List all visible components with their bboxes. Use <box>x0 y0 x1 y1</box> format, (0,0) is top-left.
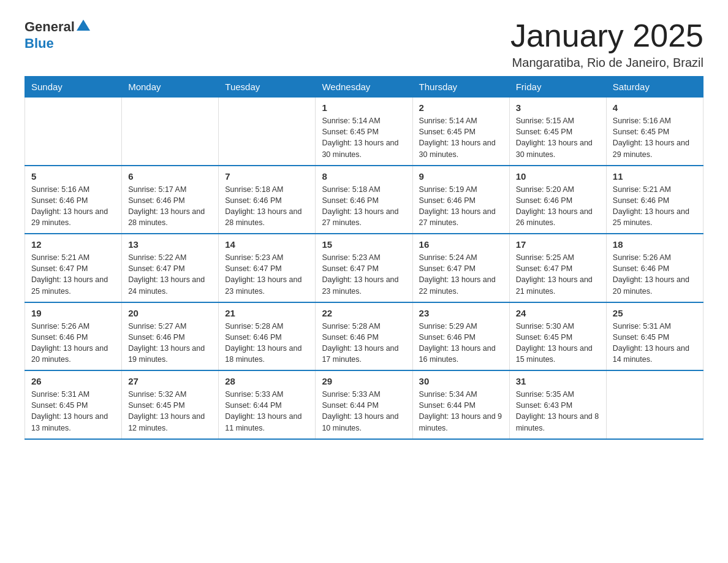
calendar-cell: 10Sunrise: 5:20 AMSunset: 6:46 PMDayligh… <box>509 166 606 234</box>
day-number: 13 <box>128 239 212 250</box>
calendar-cell: 28Sunrise: 5:33 AMSunset: 6:44 PMDayligh… <box>219 370 316 439</box>
calendar-cell: 16Sunrise: 5:24 AMSunset: 6:47 PMDayligh… <box>412 234 509 302</box>
calendar-day-header: Friday <box>509 77 606 98</box>
day-number: 3 <box>516 102 600 113</box>
day-number: 17 <box>516 239 600 250</box>
calendar-week-row: 19Sunrise: 5:26 AMSunset: 6:46 PMDayligh… <box>25 302 703 371</box>
day-number: 2 <box>419 102 503 113</box>
calendar-cell: 23Sunrise: 5:29 AMSunset: 6:46 PMDayligh… <box>412 302 509 371</box>
calendar-week-row: 5Sunrise: 5:16 AMSunset: 6:46 PMDaylight… <box>25 166 703 234</box>
day-info: Sunrise: 5:29 AMSunset: 6:46 PMDaylight:… <box>419 321 503 366</box>
calendar-cell: 1Sunrise: 5:14 AMSunset: 6:45 PMDaylight… <box>316 98 412 166</box>
calendar-week-row: 26Sunrise: 5:31 AMSunset: 6:45 PMDayligh… <box>25 370 703 439</box>
calendar-cell <box>219 98 316 166</box>
day-number: 23 <box>419 308 503 318</box>
day-info: Sunrise: 5:23 AMSunset: 6:47 PMDaylight:… <box>225 252 309 297</box>
day-number: 8 <box>322 171 406 182</box>
calendar-cell: 19Sunrise: 5:26 AMSunset: 6:46 PMDayligh… <box>25 302 122 371</box>
day-number: 6 <box>128 171 212 182</box>
calendar-cell: 17Sunrise: 5:25 AMSunset: 6:47 PMDayligh… <box>509 234 606 302</box>
day-info: Sunrise: 5:19 AMSunset: 6:46 PMDaylight:… <box>419 184 503 229</box>
day-info: Sunrise: 5:26 AMSunset: 6:46 PMDaylight:… <box>31 321 115 366</box>
calendar-day-header: Monday <box>122 77 219 98</box>
day-info: Sunrise: 5:16 AMSunset: 6:46 PMDaylight:… <box>31 184 115 229</box>
day-info: Sunrise: 5:24 AMSunset: 6:47 PMDaylight:… <box>419 252 503 297</box>
day-number: 19 <box>31 308 115 318</box>
calendar-cell: 29Sunrise: 5:33 AMSunset: 6:44 PMDayligh… <box>316 370 412 439</box>
day-number: 10 <box>516 171 600 182</box>
calendar-day-header: Saturday <box>606 77 703 98</box>
calendar-cell: 21Sunrise: 5:28 AMSunset: 6:46 PMDayligh… <box>219 302 316 371</box>
day-number: 26 <box>31 376 115 386</box>
day-info: Sunrise: 5:31 AMSunset: 6:45 PMDaylight:… <box>31 389 115 434</box>
day-info: Sunrise: 5:28 AMSunset: 6:46 PMDaylight:… <box>225 321 309 366</box>
calendar-title: January 2025 <box>510 18 703 53</box>
day-number: 28 <box>225 376 309 386</box>
calendar-cell: 6Sunrise: 5:17 AMSunset: 6:46 PMDaylight… <box>122 166 219 234</box>
day-info: Sunrise: 5:33 AMSunset: 6:44 PMDaylight:… <box>322 389 406 434</box>
calendar-cell <box>122 98 219 166</box>
day-info: Sunrise: 5:18 AMSunset: 6:46 PMDaylight:… <box>322 184 406 229</box>
day-number: 11 <box>613 171 697 182</box>
day-number: 12 <box>31 239 115 250</box>
page-header: General Blue January 2025 Mangaratiba, R… <box>25 18 703 70</box>
logo-triangle-icon <box>77 18 90 32</box>
day-info: Sunrise: 5:20 AMSunset: 6:46 PMDaylight:… <box>516 184 600 229</box>
calendar-cell: 27Sunrise: 5:32 AMSunset: 6:45 PMDayligh… <box>122 370 219 439</box>
title-block: January 2025 Mangaratiba, Rio de Janeiro… <box>510 18 703 70</box>
calendar-cell: 4Sunrise: 5:16 AMSunset: 6:45 PMDaylight… <box>606 98 703 166</box>
svg-marker-0 <box>77 20 90 31</box>
calendar-cell: 3Sunrise: 5:15 AMSunset: 6:45 PMDaylight… <box>509 98 606 166</box>
calendar-cell: 18Sunrise: 5:26 AMSunset: 6:46 PMDayligh… <box>606 234 703 302</box>
day-number: 22 <box>322 308 406 318</box>
calendar-cell: 7Sunrise: 5:18 AMSunset: 6:46 PMDaylight… <box>219 166 316 234</box>
calendar-week-row: 12Sunrise: 5:21 AMSunset: 6:47 PMDayligh… <box>25 234 703 302</box>
calendar-day-header: Sunday <box>25 77 122 98</box>
calendar-cell <box>25 98 122 166</box>
calendar-subtitle: Mangaratiba, Rio de Janeiro, Brazil <box>510 56 703 70</box>
calendar-cell: 25Sunrise: 5:31 AMSunset: 6:45 PMDayligh… <box>606 302 703 371</box>
day-number: 1 <box>322 102 406 113</box>
day-info: Sunrise: 5:33 AMSunset: 6:44 PMDaylight:… <box>225 389 309 434</box>
day-info: Sunrise: 5:25 AMSunset: 6:47 PMDaylight:… <box>516 252 600 297</box>
day-number: 30 <box>419 376 503 386</box>
calendar-cell: 14Sunrise: 5:23 AMSunset: 6:47 PMDayligh… <box>219 234 316 302</box>
calendar-day-header: Wednesday <box>316 77 412 98</box>
calendar-header-row: SundayMondayTuesdayWednesdayThursdayFrid… <box>25 77 703 98</box>
day-number: 21 <box>225 308 309 318</box>
day-number: 15 <box>322 239 406 250</box>
day-number: 31 <box>516 376 600 386</box>
day-info: Sunrise: 5:31 AMSunset: 6:45 PMDaylight:… <box>613 321 697 366</box>
calendar-cell: 26Sunrise: 5:31 AMSunset: 6:45 PMDayligh… <box>25 370 122 439</box>
day-info: Sunrise: 5:18 AMSunset: 6:46 PMDaylight:… <box>225 184 309 229</box>
day-number: 27 <box>128 376 212 386</box>
day-number: 29 <box>322 376 406 386</box>
calendar-cell: 15Sunrise: 5:23 AMSunset: 6:47 PMDayligh… <box>316 234 412 302</box>
day-number: 25 <box>613 308 697 318</box>
day-info: Sunrise: 5:15 AMSunset: 6:45 PMDaylight:… <box>516 115 600 160</box>
day-info: Sunrise: 5:30 AMSunset: 6:45 PMDaylight:… <box>516 321 600 366</box>
day-number: 5 <box>31 171 115 182</box>
day-number: 14 <box>225 239 309 250</box>
day-info: Sunrise: 5:26 AMSunset: 6:46 PMDaylight:… <box>613 252 697 297</box>
day-info: Sunrise: 5:21 AMSunset: 6:46 PMDaylight:… <box>613 184 697 229</box>
calendar-cell: 31Sunrise: 5:35 AMSunset: 6:43 PMDayligh… <box>509 370 606 439</box>
calendar-cell: 5Sunrise: 5:16 AMSunset: 6:46 PMDaylight… <box>25 166 122 234</box>
day-info: Sunrise: 5:22 AMSunset: 6:47 PMDaylight:… <box>128 252 212 297</box>
logo-blue-text: Blue <box>25 36 54 51</box>
day-info: Sunrise: 5:27 AMSunset: 6:46 PMDaylight:… <box>128 321 212 366</box>
calendar-cell: 20Sunrise: 5:27 AMSunset: 6:46 PMDayligh… <box>122 302 219 371</box>
day-number: 24 <box>516 308 600 318</box>
calendar-cell: 13Sunrise: 5:22 AMSunset: 6:47 PMDayligh… <box>122 234 219 302</box>
calendar-cell <box>606 370 703 439</box>
calendar-cell: 8Sunrise: 5:18 AMSunset: 6:46 PMDaylight… <box>316 166 412 234</box>
logo: General Blue <box>25 18 90 52</box>
day-info: Sunrise: 5:14 AMSunset: 6:45 PMDaylight:… <box>322 115 406 160</box>
calendar-cell: 11Sunrise: 5:21 AMSunset: 6:46 PMDayligh… <box>606 166 703 234</box>
calendar-cell: 9Sunrise: 5:19 AMSunset: 6:46 PMDaylight… <box>412 166 509 234</box>
day-number: 4 <box>613 102 697 113</box>
calendar-cell: 30Sunrise: 5:34 AMSunset: 6:44 PMDayligh… <box>412 370 509 439</box>
calendar-day-header: Tuesday <box>219 77 316 98</box>
day-info: Sunrise: 5:35 AMSunset: 6:43 PMDaylight:… <box>516 389 600 434</box>
logo-general-text: General <box>25 19 75 35</box>
